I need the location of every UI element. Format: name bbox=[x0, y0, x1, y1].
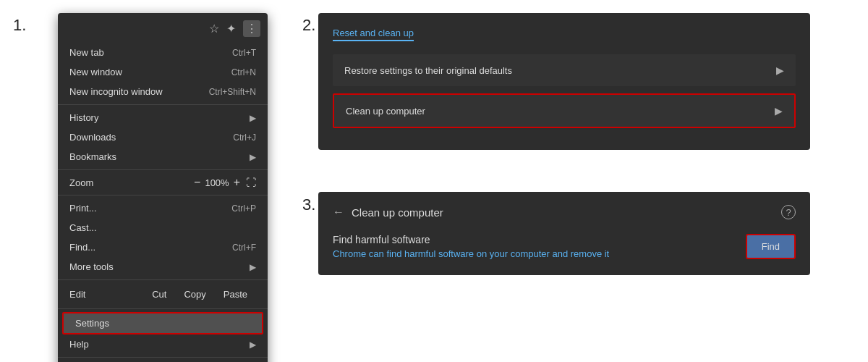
step-1-label: 1. bbox=[13, 16, 26, 35]
menu-item-new-tab[interactable]: New tab Ctrl+T bbox=[58, 43, 268, 62]
settings-box: Settings bbox=[62, 312, 263, 334]
help-arrow: ▶ bbox=[250, 340, 256, 350]
menu-item-cast-label: Cast... bbox=[69, 222, 97, 233]
step-3-label: 3. bbox=[302, 195, 315, 214]
harmful-text: Find harmful software Chrome can find ha… bbox=[333, 234, 609, 259]
menu-item-more-tools-label: More tools bbox=[69, 261, 114, 272]
menu-item-print-label: Print... bbox=[69, 203, 97, 214]
menu-item-history-label: History bbox=[69, 112, 98, 123]
menu-header: ☆ ✦ ⋮ bbox=[58, 17, 268, 43]
step-2-label: 2. bbox=[302, 16, 315, 35]
restore-settings-arrow: ▶ bbox=[776, 64, 784, 76]
harmful-title: Find harmful software bbox=[333, 234, 609, 245]
reset-panel: Reset and clean up Restore settings to t… bbox=[318, 13, 810, 150]
cleanup-panel-title: Clean up computer bbox=[352, 206, 443, 219]
cleanup-panel-header: ← Clean up computer ? bbox=[333, 205, 796, 219]
menu-item-print[interactable]: Print... Ctrl+P bbox=[58, 198, 268, 218]
menu-item-history[interactable]: History ▶ bbox=[58, 108, 268, 127]
restore-settings-label: Restore settings to their original defau… bbox=[344, 65, 512, 76]
menu-item-incognito-label: New incognito window bbox=[69, 86, 163, 97]
menu-item-bookmarks-label: Bookmarks bbox=[69, 151, 116, 162]
menu-item-print-shortcut: Ctrl+P bbox=[231, 203, 256, 214]
harmful-desc-text: Chrome can find harmful software on your… bbox=[333, 248, 609, 259]
menu-item-help-label: Help bbox=[69, 339, 89, 350]
zoom-minus-button[interactable]: − bbox=[194, 176, 200, 189]
edit-label: Edit bbox=[69, 289, 143, 300]
bookmarks-arrow: ▶ bbox=[250, 152, 256, 162]
harmful-desc: Chrome can find harmful software on your… bbox=[333, 248, 609, 259]
zoom-plus-button[interactable]: + bbox=[234, 176, 240, 189]
history-arrow: ▶ bbox=[250, 113, 256, 123]
menu-item-find[interactable]: Find... Ctrl+F bbox=[58, 237, 268, 257]
menu-item-new-window[interactable]: New window Ctrl+N bbox=[58, 62, 268, 82]
divider-6 bbox=[58, 357, 268, 358]
cut-button[interactable]: Cut bbox=[143, 286, 175, 303]
star-icon[interactable]: ☆ bbox=[209, 22, 219, 35]
menu-item-incognito-shortcut: Ctrl+Shift+N bbox=[209, 87, 256, 97]
menu-item-find-label: Find... bbox=[69, 242, 95, 253]
menu-item-help[interactable]: Help ▶ bbox=[58, 334, 268, 354]
menu-item-new-tab-shortcut: Ctrl+T bbox=[232, 48, 256, 58]
menu-item-more-tools[interactable]: More tools ▶ bbox=[58, 257, 268, 277]
fullscreen-icon[interactable]: ⛶ bbox=[246, 177, 256, 188]
menu-item-find-shortcut: Ctrl+F bbox=[232, 243, 256, 253]
menu-item-settings-label: Settings bbox=[75, 318, 109, 329]
menu-item-downloads-label: Downloads bbox=[69, 132, 116, 143]
edit-row: Edit Cut Copy Paste bbox=[58, 283, 268, 306]
divider-5 bbox=[58, 308, 268, 309]
more-tools-arrow: ▶ bbox=[250, 262, 256, 272]
find-button[interactable]: Find bbox=[746, 234, 796, 259]
divider-3 bbox=[58, 195, 268, 195]
cleanup-computer-item[interactable]: Clean up computer ▶ bbox=[333, 93, 796, 128]
restore-settings-item[interactable]: Restore settings to their original defau… bbox=[333, 54, 796, 86]
menu-item-cast[interactable]: Cast... bbox=[58, 218, 268, 237]
more-icon[interactable]: ⋮ bbox=[243, 20, 260, 37]
back-arrow-icon[interactable]: ← bbox=[333, 206, 344, 219]
chrome-menu: ☆ ✦ ⋮ New tab Ctrl+T New window Ctrl+N N… bbox=[58, 13, 268, 362]
cleanup-title-row: ← Clean up computer bbox=[333, 206, 443, 219]
menu-item-new-window-shortcut: Ctrl+N bbox=[231, 67, 256, 77]
reset-panel-title: Reset and clean up bbox=[333, 28, 414, 41]
extension-icon[interactable]: ✦ bbox=[226, 22, 236, 35]
zoom-label: Zoom bbox=[69, 177, 188, 188]
cleanup-computer-label: Clean up computer bbox=[346, 106, 425, 117]
copy-button[interactable]: Copy bbox=[175, 286, 214, 303]
cleanup-computer-arrow: ▶ bbox=[775, 105, 783, 117]
menu-item-downloads-shortcut: Ctrl+J bbox=[233, 132, 256, 143]
help-icon[interactable]: ? bbox=[781, 205, 796, 219]
zoom-value: 100% bbox=[205, 177, 229, 188]
zoom-controls: − 100% + bbox=[194, 176, 240, 189]
menu-item-new-tab-label: New tab bbox=[69, 47, 104, 58]
menu-item-new-window-label: New window bbox=[69, 67, 122, 77]
divider-2 bbox=[58, 169, 268, 170]
menu-item-downloads[interactable]: Downloads Ctrl+J bbox=[58, 127, 268, 147]
divider-1 bbox=[58, 104, 268, 105]
divider-4 bbox=[58, 279, 268, 280]
paste-button[interactable]: Paste bbox=[215, 286, 256, 303]
menu-item-settings[interactable]: Settings bbox=[64, 313, 262, 333]
cleanup-panel: ← Clean up computer ? Find harmful softw… bbox=[318, 192, 810, 275]
menu-item-bookmarks[interactable]: Bookmarks ▶ bbox=[58, 147, 268, 167]
menu-item-incognito[interactable]: New incognito window Ctrl+Shift+N bbox=[58, 82, 268, 101]
harmful-section: Find harmful software Chrome can find ha… bbox=[333, 234, 796, 259]
zoom-row: Zoom − 100% + ⛶ bbox=[58, 173, 268, 192]
